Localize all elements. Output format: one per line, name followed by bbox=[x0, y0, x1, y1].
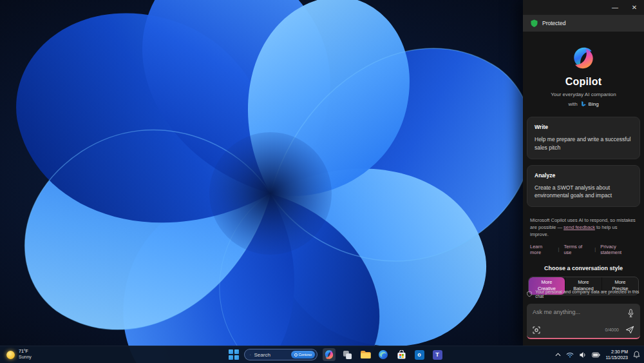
privacy-statement-link[interactable]: Privacy statement bbox=[600, 244, 637, 255]
clock-time: 2:30 PM bbox=[605, 349, 628, 355]
taskbar-clock[interactable]: 2:30 PM 11/15/2023 bbox=[605, 349, 628, 361]
outlook-letter: o bbox=[417, 351, 421, 358]
suggestion-card-write[interactable]: Write Help me prepare and write a succes… bbox=[527, 117, 640, 159]
volume-icon[interactable] bbox=[579, 351, 587, 358]
edge-icon bbox=[378, 349, 388, 360]
send-icon[interactable] bbox=[625, 326, 634, 334]
copilot-body: Copilot Your everyday AI companion with … bbox=[523, 32, 644, 346]
taskbar-store[interactable] bbox=[395, 348, 408, 361]
taskbar-task-view[interactable] bbox=[341, 348, 354, 361]
tray-chevron-up-icon[interactable] bbox=[555, 353, 561, 357]
ai-disclaimer: Microsoft Copilot uses AI to respond, so… bbox=[527, 217, 640, 239]
protected-label: Protected bbox=[542, 20, 565, 26]
task-view-icon bbox=[343, 350, 352, 360]
desktop: — ✕ Protected bbox=[0, 0, 644, 363]
bing-label: Bing bbox=[589, 101, 599, 107]
ask-input[interactable] bbox=[533, 309, 623, 315]
weather-temperature: 71°F bbox=[19, 349, 32, 355]
chat-input-section: Your personal and company data are prote… bbox=[523, 284, 644, 346]
conversation-style-heading: Choose a conversation style bbox=[527, 265, 640, 271]
card-title: Write bbox=[535, 124, 632, 130]
microphone-icon[interactable] bbox=[627, 309, 634, 318]
minimize-button[interactable]: — bbox=[605, 0, 625, 15]
terms-of-use-link[interactable]: Terms of use bbox=[564, 244, 590, 255]
taskbar-outlook[interactable]: o bbox=[413, 348, 426, 361]
taskbar-teams[interactable]: T bbox=[431, 348, 444, 361]
taskbar: 71°F Sunny Contoso bbox=[0, 346, 644, 363]
weather-condition: Sunny bbox=[19, 355, 32, 360]
data-protection-note: Your personal and company data are prote… bbox=[527, 289, 640, 299]
sun-icon bbox=[6, 351, 15, 359]
file-explorer-icon bbox=[360, 350, 371, 359]
link-separator: | bbox=[558, 246, 560, 252]
microsoft-store-icon bbox=[397, 350, 406, 360]
suggestion-card-analyze[interactable]: Analyze Create a SWOT analysis about env… bbox=[527, 165, 640, 208]
teams-letter: T bbox=[435, 351, 439, 358]
search-input[interactable] bbox=[254, 352, 288, 358]
taskbar-edge[interactable] bbox=[377, 348, 390, 361]
screenshot-icon[interactable] bbox=[533, 326, 540, 334]
card-title: Analyze bbox=[535, 172, 632, 179]
battery-icon[interactable] bbox=[592, 351, 600, 358]
with-label: with bbox=[568, 101, 577, 107]
shield-icon bbox=[531, 19, 538, 28]
card-text: Create a SWOT analysis about environment… bbox=[535, 184, 632, 201]
taskbar-file-explorer[interactable] bbox=[359, 348, 372, 361]
taskbar-search[interactable]: Contoso bbox=[244, 349, 317, 360]
taskbar-copilot-icon[interactable] bbox=[323, 348, 336, 361]
close-button[interactable]: ✕ bbox=[625, 0, 644, 15]
contoso-logo-icon bbox=[294, 353, 298, 357]
chat-input-box[interactable]: 0/4000 bbox=[527, 304, 640, 339]
weather-widget[interactable]: 71°F Sunny bbox=[6, 349, 32, 360]
outlook-icon: o bbox=[415, 350, 424, 360]
copilot-logo-icon bbox=[571, 46, 596, 70]
copilot-title: Copilot bbox=[527, 76, 640, 88]
teams-icon: T bbox=[433, 350, 442, 360]
search-icon bbox=[250, 352, 251, 358]
copilot-panel: — ✕ Protected bbox=[523, 0, 644, 346]
privacy-note-text: Your personal and company data are prote… bbox=[535, 289, 640, 299]
network-icon[interactable] bbox=[566, 352, 574, 358]
shield-outline-icon bbox=[527, 291, 532, 297]
bing-icon bbox=[580, 101, 586, 108]
legal-links: Learn more | Terms of use | Privacy stat… bbox=[527, 244, 640, 255]
clock-date: 11/15/2023 bbox=[605, 355, 628, 360]
contoso-badge[interactable]: Contoso bbox=[291, 351, 316, 358]
with-bing-row: with Bing bbox=[527, 101, 640, 108]
contoso-badge-label: Contoso bbox=[299, 353, 312, 357]
card-text: Help me prepare and write a successful s… bbox=[535, 135, 632, 152]
protected-badge[interactable]: Protected bbox=[523, 15, 644, 32]
start-button[interactable] bbox=[229, 349, 239, 360]
learn-more-link[interactable]: Learn more bbox=[530, 244, 554, 255]
system-tray: 2:30 PM 11/15/2023 bbox=[555, 349, 640, 361]
link-separator: | bbox=[594, 246, 596, 252]
copilot-subtitle: Your everyday AI companion bbox=[527, 92, 640, 97]
copilot-icon bbox=[324, 349, 334, 360]
notifications-bell-icon[interactable] bbox=[633, 351, 640, 358]
copilot-titlebar: — ✕ bbox=[523, 0, 644, 15]
char-counter: 0/4000 bbox=[605, 328, 619, 332]
send-feedback-link[interactable]: send feedback bbox=[564, 224, 595, 230]
taskbar-center-group: Contoso bbox=[229, 348, 444, 361]
